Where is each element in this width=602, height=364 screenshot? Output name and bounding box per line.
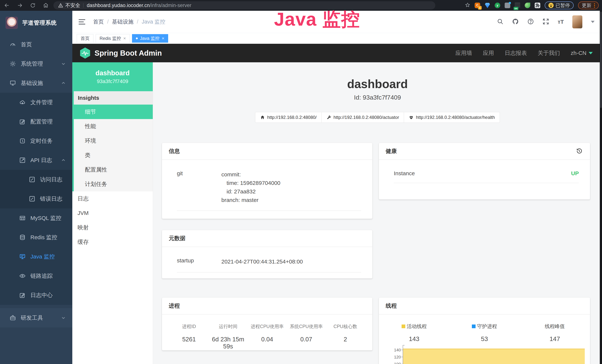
sba-item-caches[interactable]: 缓存 xyxy=(72,235,153,249)
sba-item-mappings[interactable]: 映射 xyxy=(72,220,153,235)
app-brand[interactable]: 芋道管理系统 xyxy=(0,11,72,35)
app-logo xyxy=(6,17,18,29)
extension-on-badge: on xyxy=(514,7,518,10)
breadcrumb-infra[interactable]: 基础设施 xyxy=(112,18,133,26)
heartbeat-icon xyxy=(409,115,414,120)
history-icon[interactable] xyxy=(576,148,583,155)
sidebar-item-files[interactable]: 文件管理 xyxy=(0,93,72,112)
table-row: git commit: time: 1596289704000 id: 27aa… xyxy=(177,170,361,211)
extension-leaf-icon[interactable] xyxy=(525,3,530,8)
back-icon[interactable] xyxy=(4,3,10,8)
address-bar[interactable]: 不安全 dashboard.yudao.iocoder.cn/infra/adm… xyxy=(54,1,435,10)
sba-nav-wallboard[interactable]: 应用墙 xyxy=(455,49,472,57)
legend-swatch-daemon xyxy=(472,324,475,328)
sba-item-logs[interactable]: 日志 xyxy=(72,191,153,206)
sidebar-item-tracing[interactable]: 链路追踪 xyxy=(0,266,72,286)
extension-grid-icon[interactable] xyxy=(505,3,510,8)
sidebar-item-jobs[interactable]: 定时任务 xyxy=(0,131,72,150)
close-icon[interactable]: × xyxy=(123,36,126,41)
sidebar-item-api-log[interactable]: API 日志 xyxy=(0,150,72,170)
actuator-url-button[interactable]: http://192.168.0.2:48080/actuator xyxy=(322,112,404,123)
card-process: 进程 进程ID 运行时间 进程CPU使用率 系统CPU使用率 CPU核心数 52… xyxy=(162,298,373,351)
card-info: 信息 git commit: time: 1596289704000 id: 2… xyxy=(162,143,373,219)
peak-threads-value: 147 xyxy=(520,335,590,343)
live-threads-area xyxy=(403,349,585,364)
extension-colorzilla-icon[interactable]: C1 xyxy=(475,3,480,8)
sba-nav-journal[interactable]: 日志报表 xyxy=(505,49,527,57)
tab-home[interactable]: 首页 xyxy=(77,34,93,43)
forward-icon[interactable] xyxy=(17,3,23,8)
paused-profile-chip[interactable]: 已暂停 xyxy=(545,1,574,9)
extension-switch-icon[interactable]: on xyxy=(515,3,520,8)
sba-item-details[interactable]: 细节 xyxy=(74,105,153,119)
github-icon[interactable] xyxy=(512,18,519,26)
browser-home-icon[interactable] xyxy=(43,3,49,8)
help-icon[interactable] xyxy=(527,18,534,26)
search-icon[interactable] xyxy=(497,18,504,26)
breadcrumb-home[interactable]: 首页 xyxy=(93,18,104,26)
table-row: Instance UP xyxy=(394,170,579,183)
font-size-icon[interactable]: ᴛT xyxy=(558,19,564,25)
card-threads: 线程 活动线程 守护进程 线程峰值 143 53 147 xyxy=(379,298,590,364)
log-icon xyxy=(29,176,35,183)
status-badge: UP xyxy=(571,170,579,177)
process-columns: 进程ID 运行时间 进程CPU使用率 系统CPU使用率 CPU核心数 xyxy=(170,323,365,330)
breadcrumb: 首页 / 基础设施 / Java 监控 xyxy=(93,18,165,26)
sidebar-item-java[interactable]: Java 监控 xyxy=(0,247,72,266)
avatar[interactable] xyxy=(572,15,582,28)
gear-icon xyxy=(10,61,16,67)
sidebar-item-mysql[interactable]: MySQL 监控 xyxy=(0,208,72,228)
sidebar-item-infra[interactable]: 基础设施 xyxy=(0,74,72,93)
timer-icon xyxy=(19,138,26,144)
sidebar-item-system[interactable]: 系统管理 xyxy=(0,54,72,74)
sba-item-configprops[interactable]: 配置属性 xyxy=(74,162,153,177)
sidebar-item-access-log[interactable]: 访问日志 xyxy=(0,170,72,189)
page-title: dashboard xyxy=(153,77,602,91)
browser-menu-dots-icon[interactable] xyxy=(594,3,595,8)
sba-item-scheduled[interactable]: 计划任务 xyxy=(74,177,153,191)
active-dot-icon xyxy=(136,37,138,39)
reload-icon[interactable] xyxy=(30,3,36,8)
paused-label: 已暂停 xyxy=(556,2,570,9)
sidebar-item-dev-tools[interactable]: 研发工具 xyxy=(0,308,72,327)
sidebar-item-redis[interactable]: Redis 监控 xyxy=(0,228,72,247)
sba-item-classes[interactable]: 类 xyxy=(74,148,153,162)
sba-brand[interactable]: Spring Boot Admin xyxy=(80,47,162,59)
sba-nav-about[interactable]: 关于我们 xyxy=(538,49,560,57)
fullscreen-icon[interactable] xyxy=(542,18,549,26)
extension-pin-icon[interactable] xyxy=(485,3,490,8)
close-icon[interactable]: × xyxy=(162,36,164,41)
scrollbar[interactable] xyxy=(600,11,602,364)
tab-redis[interactable]: Redis 监控 × xyxy=(96,34,130,43)
caret-down-icon[interactable] xyxy=(591,21,595,23)
service-url-button[interactable]: http://192.168.0.2:48080/ xyxy=(255,112,322,123)
sba-nav-applications[interactable]: 应用 xyxy=(483,49,494,57)
sba-item-metrics[interactable]: 性能 xyxy=(74,119,153,134)
menu-toggle-icon[interactable] xyxy=(79,19,85,24)
card-title: 线程 xyxy=(386,302,397,310)
extension-y-icon[interactable]: y xyxy=(495,3,500,8)
stack-icon xyxy=(19,234,26,240)
admin-sidebar: 芋道管理系统 首页 系统管理 基础设施 文件管理 xyxy=(0,11,72,364)
process-uptime: 6d 23h 15m 59s xyxy=(209,336,248,350)
scrollbar-thumb[interactable] xyxy=(600,11,602,108)
sidebar-item-error-log[interactable]: 错误日志 xyxy=(0,189,72,208)
chevron-down-icon xyxy=(61,62,66,66)
sba-item-env[interactable]: 环境 xyxy=(74,134,153,148)
instance-header[interactable]: dashboard 93a3fc7f7409 xyxy=(72,62,153,91)
home-icon xyxy=(260,115,265,120)
app-title: 芋道管理系统 xyxy=(22,19,57,27)
threads-values: 143 53 147 xyxy=(379,335,590,343)
browser-update-button[interactable]: 更新 xyxy=(578,1,599,9)
toolbox-icon xyxy=(10,315,16,321)
health-url-button[interactable]: http://192.168.0.2:48080/actuator/health xyxy=(404,112,500,123)
sidebar-item-home[interactable]: 首页 xyxy=(0,35,72,54)
sba-item-jvm[interactable]: JVM xyxy=(72,206,153,220)
locale-select[interactable]: zh-CN xyxy=(571,50,593,56)
bookmark-star-icon[interactable] xyxy=(465,2,470,8)
sidebar-item-config[interactable]: 配置管理 xyxy=(0,112,72,131)
tab-java[interactable]: Java 监控 × xyxy=(132,34,168,43)
card-title: 信息 xyxy=(169,147,180,155)
extensions-puzzle-icon[interactable] xyxy=(535,3,540,8)
sidebar-item-log-center[interactable]: 日志中心 xyxy=(0,286,72,305)
